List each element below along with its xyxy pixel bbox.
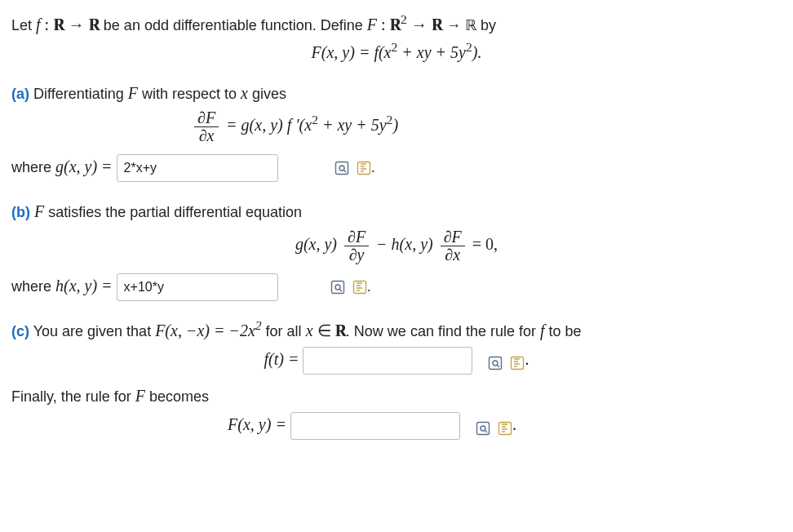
preview-icon[interactable] <box>488 353 503 368</box>
intro-text-2: be an odd differentiable function. Defin… <box>104 17 367 33</box>
part-c-period1: . <box>525 349 529 367</box>
eqF-mid: + xy + 5y <box>397 43 466 61</box>
svg-line-6 <box>339 289 342 291</box>
part-b-label: (b) <box>11 204 30 220</box>
gxy-label: g(x, y) = <box>55 157 117 175</box>
help-icon[interactable] <box>498 419 512 433</box>
frac-dFdx: ∂F ∂x <box>194 109 219 144</box>
part-b: (b) F satisfies the partial differential… <box>11 200 782 300</box>
frac-dFdx-b-num: ∂F <box>441 228 465 246</box>
eqF-sup2: 2 <box>466 41 472 55</box>
help-icon[interactable] <box>510 353 525 368</box>
finally-F: F <box>135 387 145 405</box>
help-icon[interactable] <box>352 280 367 295</box>
svg-line-2 <box>343 170 346 172</box>
f-declaration: f : R → R <box>36 16 104 33</box>
svg-rect-4 <box>331 281 343 293</box>
part-a-x: x <box>241 84 248 102</box>
part-a-text-3: gives <box>252 86 286 102</box>
frac-dFdx-b: ∂F ∂x <box>441 228 465 264</box>
x-in-R: x ∈ R <box>306 321 346 339</box>
part-c-label: (c) <box>11 323 29 339</box>
svg-rect-12 <box>476 422 489 434</box>
part-a-period: . <box>371 159 375 175</box>
help-icon[interactable] <box>357 161 371 175</box>
dFdx-rhs-2: + xy + 5y <box>318 116 387 134</box>
pde-eq0: = 0, <box>472 235 498 253</box>
F-declaration: F : R2 → R <box>367 16 446 33</box>
part-c-mid: for all <box>266 323 306 339</box>
part-c-tail1: . Now we can find the rule for <box>346 323 540 339</box>
equation-ft: f(t) = . <box>11 347 782 375</box>
preview-icon[interactable] <box>476 419 490 433</box>
Fxmx-base: F(x, −x) = −2x <box>155 321 255 339</box>
part-c: (c) You are given that F(x, −x) = −2x2 f… <box>11 319 782 440</box>
Fxy-lhs: F(x, y) = <box>228 415 290 433</box>
eqF-rhs: ). <box>472 43 482 61</box>
part-b-F: F <box>34 202 44 220</box>
svg-rect-0 <box>335 162 348 175</box>
frac-dFdx-den: ∂x <box>194 127 219 144</box>
frac-dFdx-num: ∂F <box>194 109 219 127</box>
part-b-period: . <box>367 277 371 294</box>
finally-pre: Finally, the rule for <box>11 388 135 405</box>
frac-dFdy-num: ∂F <box>344 228 369 246</box>
Fxmx: F(x, −x) = −2x2 <box>155 321 265 339</box>
dFdx-rhs-3: ) <box>392 116 398 134</box>
hxy-input[interactable] <box>117 273 278 301</box>
part-a-where: where <box>11 159 55 175</box>
frac-dFdy-den: ∂y <box>344 246 369 264</box>
preview-icon[interactable] <box>334 161 349 175</box>
part-c-period2: . <box>512 415 516 433</box>
preview-icon[interactable] <box>330 280 345 295</box>
frac-dFdy: ∂F ∂y <box>344 228 369 264</box>
dFdx-sup1: 2 <box>312 113 318 127</box>
pde-minus-h: − h(x, y) <box>376 235 433 253</box>
ft-lhs: f(t) = <box>264 349 303 367</box>
part-c-lead: You are given that <box>33 323 155 339</box>
equation-F-definition: F(x, y) = f(x2 + xy + 5y2). <box>11 41 782 64</box>
hxy-label: h(x, y) = <box>55 276 117 294</box>
svg-line-10 <box>497 365 499 367</box>
intro-text-1: Let <box>11 17 36 33</box>
part-a-F: F <box>128 84 138 102</box>
pde-g: g(x, y) <box>295 235 337 253</box>
eqF-lhs: F(x, y) = f(x <box>312 43 392 61</box>
equation-pde: g(x, y) ∂F ∂y − h(x, y) ∂F ∂x = 0, <box>11 228 782 264</box>
svg-line-14 <box>485 430 487 432</box>
part-a: (a) Differentiating F with respect to x … <box>11 82 782 182</box>
intro-text-3: → ℝ by <box>446 17 496 33</box>
part-a-text-2: with respect to <box>142 86 241 102</box>
part-a-text-1: Differentiating <box>33 86 128 102</box>
Fxmx-sup: 2 <box>255 318 262 332</box>
intro-line: Let f : R → R be an odd differentiable f… <box>11 13 782 36</box>
dFdx-rhs-1: = g(x, y) f ′(x <box>226 116 312 134</box>
part-b-where: where <box>11 277 55 294</box>
ft-input[interactable] <box>303 347 472 375</box>
gxy-input[interactable] <box>117 154 278 182</box>
part-c-tail2: to be <box>545 323 582 339</box>
part-a-label: (a) <box>11 86 29 102</box>
svg-rect-8 <box>490 357 502 369</box>
equation-Fxy: F(x, y) = . <box>0 412 782 440</box>
part-b-text: satisfies the partial differential equat… <box>48 204 302 220</box>
finally-post: becomes <box>149 388 209 405</box>
Fxy-input[interactable] <box>290 412 460 440</box>
equation-dFdx: ∂F ∂x = g(x, y) f ′(x2 + xy + 5y2) <box>191 109 782 144</box>
frac-dFdx-b-den: ∂x <box>441 246 465 264</box>
